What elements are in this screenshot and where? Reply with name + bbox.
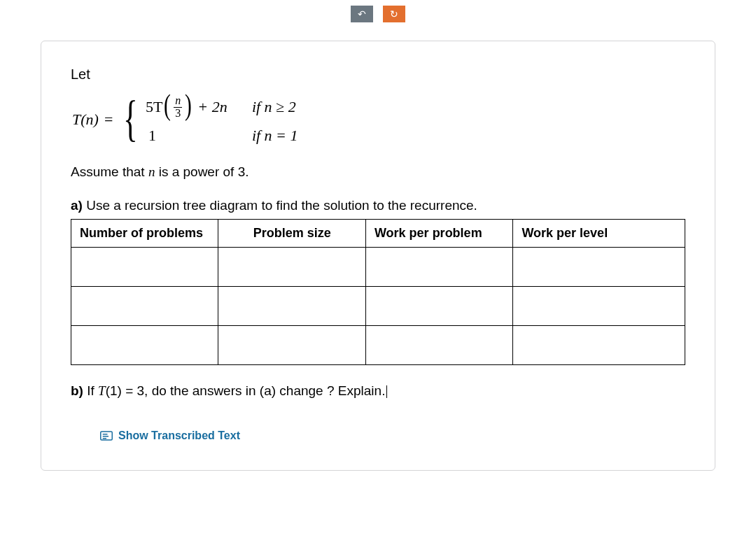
- part-a-label: a): [71, 198, 83, 213]
- cell[interactable]: [513, 325, 685, 364]
- case-2-val: 1: [148, 127, 156, 145]
- paren-right: ): [185, 97, 192, 114]
- transcribed-label: Show Transcribed Text: [118, 429, 240, 442]
- th-work-per-level: Work per level: [513, 219, 685, 247]
- part-b-prompt: b) If T(1) = 3, do the answers in (a) ch…: [71, 383, 685, 399]
- transcript-icon: [100, 431, 113, 441]
- undo-icon: ↶: [358, 8, 366, 20]
- case-1-plus2n: + 2n: [197, 98, 227, 116]
- text-cursor: [386, 385, 387, 398]
- tn-lhs-n: (n): [80, 111, 99, 129]
- frac-den: 3: [174, 107, 182, 120]
- case-2: 1 if n = 1: [146, 127, 298, 145]
- case-2-cond: if n = 1: [252, 127, 298, 145]
- redo-icon: ↻: [390, 8, 398, 20]
- th-problem-size: Problem size: [218, 219, 365, 247]
- th-num-problems: Number of problems: [71, 219, 218, 247]
- part-b-T: T: [98, 383, 106, 398]
- case-1-expr: 5T ( n 3 ) + 2n: [146, 95, 245, 120]
- cell[interactable]: [218, 247, 365, 286]
- case-1: 5T ( n 3 ) + 2n if n ≥ 2: [146, 95, 298, 120]
- show-transcribed-button[interactable]: Show Transcribed Text: [100, 429, 685, 442]
- part-b-pre: If: [83, 383, 98, 398]
- cell[interactable]: [365, 286, 512, 325]
- th-work-per-problem: Work per problem: [365, 219, 512, 247]
- case-1-cond: if n ≥ 2: [252, 98, 296, 116]
- problem-card: Let T(n) = { 5T ( n 3 ) + 2n if n ≥ 2: [41, 41, 715, 471]
- case-2-expr: 1: [146, 127, 245, 145]
- part-b-arg: (1) = 3: [106, 383, 144, 398]
- cell[interactable]: [513, 286, 685, 325]
- cell[interactable]: [71, 247, 218, 286]
- table-header-row: Number of problems Problem size Work per…: [71, 219, 685, 247]
- table-row: [71, 325, 685, 364]
- frac-num: n: [174, 95, 182, 107]
- part-a-text: Use a recursion tree diagram to find the…: [83, 198, 477, 213]
- cell[interactable]: [71, 286, 218, 325]
- table-row: [71, 247, 685, 286]
- cell[interactable]: [365, 325, 512, 364]
- part-a-prompt: a) Use a recursion tree diagram to find …: [71, 198, 685, 213]
- assume-line: Assume that n is a power of 3.: [71, 164, 685, 180]
- redo-button[interactable]: ↻: [383, 6, 405, 22]
- case-1-5t: 5T: [146, 98, 162, 116]
- assume-var: n: [148, 164, 155, 179]
- part-b-post: , do the answers in (a) change ? Explain…: [144, 383, 385, 398]
- tn-lhs-T: T: [72, 111, 80, 129]
- cell[interactable]: [365, 247, 512, 286]
- open-brace: {: [123, 96, 138, 141]
- paren-left: (: [164, 97, 171, 114]
- cell[interactable]: [218, 286, 365, 325]
- table-row: [71, 286, 685, 325]
- cases-block: 5T ( n 3 ) + 2n if n ≥ 2 1 if n = 1: [146, 95, 298, 145]
- recursion-table: Number of problems Problem size Work per…: [71, 219, 685, 365]
- assume-post: is a power of 3.: [155, 164, 248, 179]
- equals-sign: =: [104, 111, 113, 129]
- assume-pre: Assume that: [71, 164, 148, 179]
- cell[interactable]: [71, 325, 218, 364]
- undo-button[interactable]: ↶: [351, 6, 373, 22]
- part-b-label: b): [71, 383, 83, 398]
- let-label: Let: [71, 66, 685, 83]
- fraction-n-over-3: n 3: [174, 95, 182, 120]
- cell[interactable]: [513, 247, 685, 286]
- recurrence-definition: T(n) = { 5T ( n 3 ) + 2n if n ≥ 2: [72, 95, 685, 145]
- cell[interactable]: [218, 325, 365, 364]
- top-toolbar: ↶ ↻: [0, 6, 756, 22]
